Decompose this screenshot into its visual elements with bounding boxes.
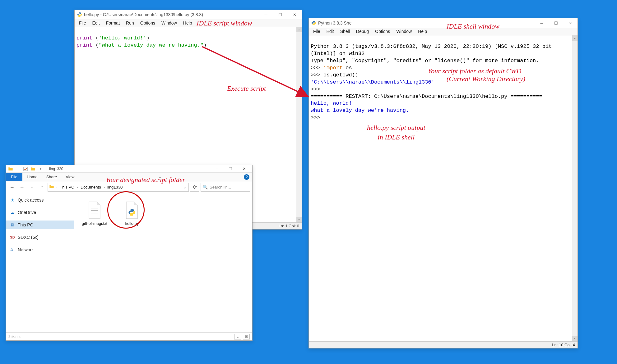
sidebar-item-network[interactable]: 🖧 Network (6, 245, 74, 254)
maximize-button[interactable]: ☐ (224, 165, 237, 173)
close-button[interactable]: ✕ (237, 165, 251, 173)
sidebar-label: This PC (18, 222, 33, 227)
shell-menubar: File Edit Shell Debug Options Window Hel… (309, 28, 578, 35)
code-keyword: import (323, 65, 342, 71)
folder-tool-icon[interactable] (30, 166, 36, 172)
file-explorer-window: | ▾ | ling1330 ─ ☐ ✕ File Home Share Vie… (6, 165, 253, 341)
explorer-sidebar: ★ Quick access ☁ OneDrive 🖥 This PC SD S… (6, 193, 74, 332)
maximize-button[interactable]: ☐ (273, 10, 287, 19)
menu-options[interactable]: Options (372, 28, 393, 34)
help-button[interactable]: ? (241, 173, 252, 181)
tab-home[interactable]: Home (22, 173, 42, 181)
refresh-button[interactable]: ⟳ (190, 183, 199, 192)
recent-locations-button[interactable]: ⌄ (28, 183, 36, 192)
text-file-icon (86, 201, 103, 220)
chevron-right-icon[interactable]: › (55, 185, 58, 189)
sd-card-icon: SD (10, 234, 15, 240)
tab-file[interactable]: File (6, 173, 22, 181)
minimize-button[interactable]: ─ (259, 10, 273, 19)
shell-prompt: >>> (311, 65, 323, 71)
shell-statusbar: Ln: 10 Col: 4 (309, 341, 578, 348)
minimize-button[interactable]: ─ (535, 18, 549, 28)
menu-debug[interactable]: Debug (353, 28, 372, 34)
tab-share[interactable]: Share (42, 173, 62, 181)
explorer-title: ling1330 (49, 167, 63, 171)
menu-format[interactable]: Format (103, 20, 123, 26)
sidebar-label: SDXC (G:) (18, 235, 39, 240)
sidebar-item-quick-access[interactable]: ★ Quick access (6, 196, 74, 204)
menu-options[interactable]: Options (137, 20, 158, 26)
sidebar-item-sdxc[interactable]: SD SDXC (G:) (6, 233, 74, 242)
menu-help[interactable]: Help (180, 20, 195, 26)
breadcrumb-segment[interactable]: Documents (79, 185, 103, 189)
explorer-body: ★ Quick access ☁ OneDrive 🖥 This PC SD S… (6, 193, 252, 332)
breadcrumb-segment[interactable]: ling1330 (105, 185, 124, 189)
menu-run[interactable]: Run (123, 20, 137, 26)
breadcrumb-segment[interactable]: This PC (58, 185, 76, 189)
icons-view-button[interactable]: ⊞ (243, 334, 250, 339)
menu-help[interactable]: Help (415, 28, 430, 34)
shell-cursor-pos: Ln: 10 Col: 4 (552, 343, 575, 347)
checkbox-tool-icon[interactable] (22, 166, 29, 172)
forward-button[interactable]: → (18, 183, 26, 192)
svg-point-0 (79, 13, 79, 13)
python-icon (311, 20, 316, 25)
tab-view[interactable]: View (61, 173, 79, 181)
script-titlebar: hello.py - C:\Users\narae\Documents\ling… (75, 10, 302, 19)
code-token: ( (92, 35, 99, 41)
shell-scrollbar[interactable]: ▴ ▾ (572, 35, 578, 341)
file-item-text[interactable]: gift-of-magi.txt (77, 199, 112, 227)
breadcrumb[interactable]: › This PC › Documents › ling1330 ⌄ (48, 183, 189, 192)
script-title: hello.py - C:\Users\narae\Documents\ling… (84, 12, 259, 17)
search-placeholder: Search lin... (210, 185, 231, 189)
close-button[interactable]: ✕ (287, 10, 302, 19)
details-view-button[interactable]: ≡ (234, 334, 241, 339)
sidebar-label: Quick access (18, 198, 44, 202)
folder-icon (7, 166, 14, 172)
python-icon (77, 12, 82, 17)
explorer-window-buttons: ─ ☐ ✕ (210, 165, 251, 173)
menu-file[interactable]: File (310, 28, 323, 34)
chevron-right-icon[interactable]: › (76, 185, 79, 189)
file-item-python[interactable]: hello.py (115, 199, 149, 227)
scroll-up-icon[interactable]: ▴ (296, 27, 302, 32)
code-token: print (77, 42, 92, 48)
sidebar-label: Network (18, 247, 34, 252)
code-token: os (342, 65, 352, 71)
python-file-icon (123, 201, 141, 220)
menu-window[interactable]: Window (158, 20, 180, 26)
up-button[interactable]: ↑ (38, 183, 46, 192)
explorer-file-pane[interactable]: gift-of-magi.txt hello.py (74, 193, 252, 332)
code-token: ) (146, 35, 149, 41)
maximize-button[interactable]: ☐ (549, 18, 563, 28)
shell-body[interactable]: Python 3.8.3 (tags/v3.8.3:6f8c832, May 1… (309, 35, 578, 341)
shell-window-buttons: ─ ☐ ✕ (535, 18, 578, 28)
shell-title: Python 3.8.3 Shell (318, 20, 535, 25)
scroll-down-icon[interactable]: ▾ (296, 217, 302, 222)
menu-file[interactable]: File (76, 20, 89, 26)
scroll-down-icon[interactable]: ▾ (572, 336, 578, 341)
code-string: "what a lovely day we're having." (99, 42, 203, 48)
code-token: ( (92, 42, 99, 48)
close-button[interactable]: ✕ (563, 18, 578, 28)
sidebar-item-onedrive[interactable]: ☁ OneDrive (6, 208, 74, 217)
menu-window[interactable]: Window (393, 28, 415, 34)
scroll-up-icon[interactable]: ▴ (572, 35, 578, 41)
sidebar-item-this-pc[interactable]: 🖥 This PC (6, 221, 74, 229)
ribbon-expand-icon[interactable]: ⌄ (154, 173, 165, 181)
menu-shell[interactable]: Shell (337, 28, 353, 34)
script-window-buttons: ─ ☐ ✕ (259, 10, 302, 19)
back-button[interactable]: ← (8, 183, 16, 192)
shell-prompt: >>> (311, 86, 323, 92)
svg-point-2 (313, 21, 313, 21)
menu-edit[interactable]: Edit (89, 20, 103, 26)
chevron-right-icon[interactable]: › (103, 185, 105, 189)
chevron-down-icon[interactable]: ⌄ (183, 185, 187, 189)
cursor-icon: | (323, 115, 327, 121)
script-scrollbar[interactable]: ▴ ▾ (296, 27, 302, 222)
search-input[interactable]: 🔍 Search lin... (201, 183, 250, 192)
minimize-button[interactable]: ─ (210, 165, 224, 173)
menu-edit[interactable]: Edit (323, 28, 337, 34)
chevron-down-icon[interactable]: ▾ (37, 166, 44, 172)
explorer-ribbon-tabs: File Home Share View ⌄ ? (6, 173, 252, 181)
